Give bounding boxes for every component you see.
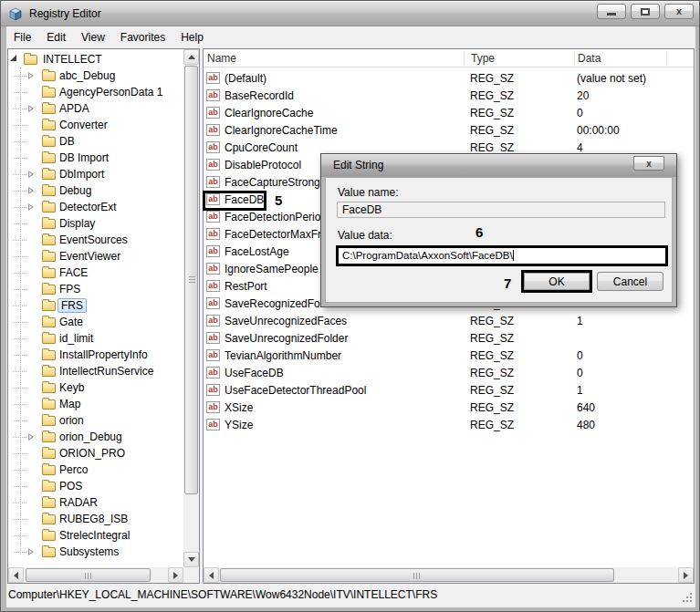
scroll-left-button[interactable]: [204, 567, 219, 583]
value-name[interactable]: UseFaceDB: [225, 367, 284, 379]
scroll-right-button[interactable]: [168, 567, 183, 583]
tree-item-label[interactable]: RUBEG8_ISB: [59, 513, 128, 525]
tree-item-label[interactable]: DB Import: [59, 151, 109, 164]
minimize-button[interactable]: [597, 4, 626, 19]
ok-button[interactable]: OK: [524, 273, 590, 290]
dialog-close-button[interactable]: x: [633, 156, 664, 171]
tree-item-label[interactable]: EventSources: [59, 233, 128, 246]
tree-item-Display[interactable]: Display: [8, 215, 183, 232]
tree-item-InstallPropertyInfo[interactable]: InstallPropertyInfo: [8, 347, 183, 363]
expand-icon[interactable]: [28, 187, 34, 195]
value-row-ClearIgnoreCache[interactable]: abClearIgnoreCacheREG_SZ0: [204, 104, 694, 121]
value-name[interactable]: RestPort: [225, 280, 267, 293]
tree-item-label[interactable]: EventViewer: [59, 250, 120, 263]
cancel-button[interactable]: Cancel: [597, 272, 663, 291]
tree-vscroll-thumb[interactable]: [184, 66, 198, 494]
tree-item-DetectorExt[interactable]: DetectorExt: [8, 199, 183, 215]
resize-grip[interactable]: [682, 592, 693, 603]
tree-item-label[interactable]: StrelecIntegral: [59, 529, 130, 542]
tree-item-AgencyPersonData-1[interactable]: AgencyPersonData 1: [8, 84, 183, 100]
expand-icon[interactable]: [28, 171, 34, 179]
tree-item-orion[interactable]: orion: [8, 412, 183, 429]
collapse-icon[interactable]: [10, 55, 16, 61]
tree-item-StrelecIntegral[interactable]: StrelecIntegral: [8, 527, 183, 544]
value-row-ClearIgnoreCacheTime[interactable]: abClearIgnoreCacheTimeREG_SZ00:00:00: [204, 121, 694, 139]
tree-item-Gate[interactable]: Gate: [8, 314, 183, 330]
tree-item-Debug[interactable]: Debug: [8, 182, 183, 199]
tree-item-id_limit[interactable]: id_limit: [8, 330, 183, 347]
value-name[interactable]: ClearIgnoreCacheTime: [225, 124, 338, 137]
tree-item-label[interactable]: RADAR: [59, 496, 98, 509]
value-name[interactable]: UseFaceDetectorThreadPool: [225, 384, 366, 397]
tree-item-Map[interactable]: Map: [8, 396, 183, 412]
tree-item-EventViewer[interactable]: EventViewer: [8, 248, 183, 265]
value-row-Default[interactable]: ab(Default)REG_SZ(value not set): [204, 69, 694, 87]
tree-item-label[interactable]: POS: [59, 480, 82, 493]
tree-item-DbImport[interactable]: DbImport: [8, 166, 183, 182]
column-separator[interactable]: [464, 51, 465, 66]
expand-icon[interactable]: [28, 105, 34, 113]
tree-item-label[interactable]: Gate: [59, 316, 83, 328]
tree-item-EventSources[interactable]: EventSources: [8, 232, 183, 248]
column-header-name[interactable]: Name: [207, 52, 236, 65]
tree-item-DB[interactable]: DB: [8, 133, 183, 150]
value-name[interactable]: IgnoreSamePeople: [225, 263, 319, 275]
tree-item-Perco[interactable]: Perco: [8, 462, 183, 478]
menu-help[interactable]: Help: [173, 28, 212, 47]
value-name[interactable]: SaveUnrecognizedFolder: [225, 332, 348, 345]
value-data-field[interactable]: C:\ProgramData\AxxonSoft\FaceDB\: [336, 245, 668, 266]
value-row-TevianAlgorithmNumber[interactable]: abTevianAlgorithmNumberREG_SZ0: [204, 347, 694, 364]
value-name[interactable]: (Default): [225, 72, 266, 85]
tree-item-Converter[interactable]: Converter: [8, 117, 183, 133]
value-name[interactable]: YSize: [225, 419, 253, 431]
tree-item-POS[interactable]: POS: [8, 478, 183, 494]
value-row-SaveUnrecognizedFolder[interactable]: abSaveUnrecognizedFolderREG_SZ: [204, 329, 694, 347]
tree-item-Keyb[interactable]: Keyb: [8, 379, 183, 396]
tree-hscroll-thumb[interactable]: [26, 568, 151, 582]
scroll-down-button[interactable]: [183, 552, 199, 567]
menu-view[interactable]: View: [74, 28, 113, 47]
expand-icon[interactable]: [28, 548, 34, 556]
value-name[interactable]: TevianAlgorithmNumber: [225, 349, 341, 362]
tree-item-label[interactable]: INTELLECT: [43, 53, 102, 66]
value-name-field[interactable]: FaceDB: [337, 202, 665, 218]
tree-item-label[interactable]: FRS: [57, 298, 87, 313]
tree-item-Subsystems[interactable]: Subsystems: [8, 544, 183, 560]
tree-item-label[interactable]: orion_Debug: [59, 430, 122, 443]
column-separator[interactable]: [666, 51, 667, 66]
value-row-YSize[interactable]: abYSizeREG_SZ480: [204, 416, 694, 433]
tree-item-label[interactable]: Converter: [59, 119, 108, 131]
tree-item-label[interactable]: Perco: [59, 463, 88, 476]
tree-item-label[interactable]: Display: [59, 217, 95, 230]
value-row-BaseRecordId[interactable]: abBaseRecordIdREG_SZ20: [204, 87, 694, 104]
scroll-up-button[interactable]: [183, 49, 199, 65]
value-name[interactable]: XSize: [225, 401, 253, 414]
tree-item-label[interactable]: Subsystems: [59, 545, 119, 558]
value-name[interactable]: CpuCoreCount: [225, 141, 298, 154]
tree-item-IntellectRunService[interactable]: IntellectRunService: [8, 363, 183, 379]
tree-item-label[interactable]: DB: [59, 135, 75, 148]
menu-favorites[interactable]: Favorites: [113, 28, 173, 47]
tree-item-FPS[interactable]: FPS: [8, 281, 183, 297]
scroll-right-button[interactable]: [678, 567, 694, 583]
menu-file[interactable]: File: [6, 28, 39, 47]
tree-item-label[interactable]: ORION_PRO: [59, 447, 125, 460]
value-name[interactable]: DisableProtocol: [225, 159, 301, 171]
tree-item-label[interactable]: AgencyPersonData 1: [59, 86, 162, 99]
column-header-type[interactable]: Type: [471, 52, 495, 65]
tree-item-RADAR[interactable]: RADAR: [8, 494, 183, 511]
tree-item-orion_Debug[interactable]: orion_Debug: [8, 429, 183, 445]
tree-item-APDA[interactable]: APDA: [8, 100, 183, 117]
list-horizontal-scrollbar[interactable]: [204, 567, 694, 583]
expand-icon[interactable]: [28, 433, 34, 441]
tree-item-abc_Debug[interactable]: abc_Debug: [8, 67, 183, 84]
tree-item-label[interactable]: Map: [59, 398, 80, 410]
tree-item-label[interactable]: id_limit: [59, 332, 93, 345]
tree-item-ORION_PRO[interactable]: ORION_PRO: [8, 445, 183, 462]
tree-item-FRS[interactable]: FRS: [8, 297, 183, 314]
value-row-SaveUnrecognizedFaces[interactable]: abSaveUnrecognizedFacesREG_SZ1: [204, 312, 694, 329]
tree-item-label[interactable]: abc_Debug: [59, 69, 115, 82]
tree-vertical-scrollbar[interactable]: [183, 49, 199, 567]
tree-item-label[interactable]: InstallPropertyInfo: [59, 348, 148, 361]
tree-horizontal-scrollbar[interactable]: [8, 567, 183, 583]
